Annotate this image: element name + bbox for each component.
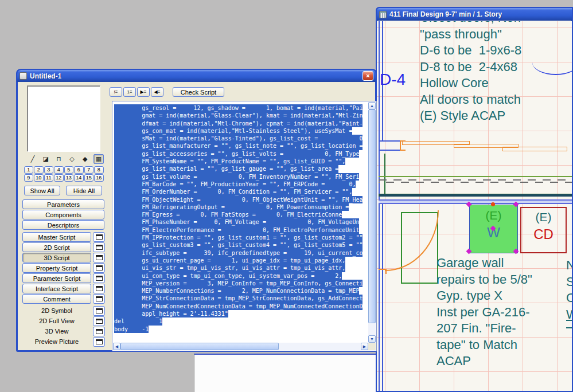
code-line-text: FM_ObjectWeight = 0, FM_ObjectWeightUnit… (114, 196, 362, 203)
master-script-window-icon[interactable] (93, 232, 105, 242)
layer-number-button[interactable]: 16 (94, 174, 104, 182)
code-line-text: gs_list_material = "", gs_list_gauge = "… (114, 165, 338, 173)
code-line: FM_OrderNumber = 0, FM_Condition = "", F… (114, 188, 368, 195)
code-line-text: ui_vis_str = tmp_ui_vis_str, ui_vis_attr… (114, 264, 345, 272)
parameter-script-button[interactable]: Parameter Script (22, 273, 91, 283)
layer-number-button[interactable]: 14 (74, 174, 84, 182)
note-line: D-6 to be 1-9x6-8 (420, 42, 521, 59)
code-line: MEP_version = 3, MEP_ConInfo = tmp_MEP_C… (114, 280, 368, 287)
door-label-d4[interactable]: D-4 (380, 70, 406, 89)
line-numbers-icon[interactable]: 1≡ (123, 87, 136, 97)
layer-number-button[interactable]: 3 (44, 166, 54, 174)
check-script-button[interactable]: Check Script (173, 87, 224, 97)
3d-script-window-icon[interactable] (93, 253, 105, 262)
2d-full-view-label: 2D Full View (22, 317, 91, 324)
interface-script-button[interactable]: Interface Script (22, 284, 91, 293)
code-line: gs_con_mat = ind(material,"Mtl-Stainless… (114, 127, 368, 135)
code-line-text: FM_IPProtection = "", gs_list_custom1 = … (114, 234, 362, 241)
hatch-icon[interactable]: ◪ (41, 155, 50, 163)
script-text-area[interactable]: gs_resol = 12, gs_shadow = 1, bomat = in… (113, 102, 368, 343)
scroll-right-icon[interactable]: ▶ (361, 343, 368, 350)
code-line: dfmat = ind(material,"Mtl-Chrome"), cpma… (114, 120, 368, 127)
master-script-button[interactable]: Master Script (22, 232, 91, 242)
note-line: ACAP (436, 353, 532, 370)
script-window-titlebar[interactable]: Untitled-1 × (17, 70, 376, 82)
stamp-icon[interactable]: ⊓ (54, 155, 64, 163)
code-line: gs_list_accessories = "", gs_list_volts … (114, 150, 368, 158)
door-jamb-mark (379, 269, 387, 274)
layer-number-button[interactable]: 2 (34, 166, 44, 174)
layer-number-button[interactable]: 11 (44, 174, 54, 182)
layer-number-button[interactable]: 5 (64, 166, 74, 174)
layer-number-button[interactable]: 7 (84, 166, 94, 174)
hide-all-button[interactable]: Hide All (66, 186, 102, 195)
code-line-text: gs_list_volume = 0, FM_InventoryNumber =… (114, 173, 359, 181)
code-line-text: body -1 (114, 326, 149, 333)
2d-symbol-window-icon[interactable] (93, 306, 105, 316)
scroll-down-icon[interactable]: ▼ (368, 335, 376, 343)
code-line: ui_con_type = tmp_ui_con_type, ui_system… (114, 272, 368, 280)
code-line: FM_PhaseNumber = 0, FM_Voltage = 0, FM_V… (114, 218, 368, 226)
script-document-icon (20, 72, 27, 80)
outdent-icon[interactable]: ◀≡ (151, 87, 163, 97)
cd-tag: (E) (521, 210, 566, 224)
wall-line-green-segment (384, 154, 385, 195)
cd-symbol[interactable]: (E) CD (520, 207, 567, 253)
garage-notes-text[interactable]: Garage wallrepairs to be 5/8"Gyp. type X… (436, 255, 532, 370)
3d-view-window-icon[interactable] (93, 327, 105, 336)
2d-script-window-icon[interactable] (93, 242, 105, 252)
2d-script-button[interactable]: 2D Script (22, 242, 91, 252)
vertical-scrollbar[interactable]: ▲ ▼ (368, 102, 376, 343)
note-line: "pass through" (420, 26, 521, 43)
layer-number-button[interactable]: 10 (34, 174, 44, 182)
drawing-canvas[interactable]: Closet doors; Non"pass through"D-6 to be… (377, 21, 572, 391)
polyline-icon[interactable]: ╱ (28, 155, 37, 163)
3d-script-button[interactable]: 3D Script (22, 253, 91, 262)
vertical-scroll-thumb[interactable] (368, 109, 376, 323)
interface-script-window-icon[interactable] (93, 284, 105, 293)
close-icon[interactable]: × (362, 71, 373, 81)
scroll-left-icon[interactable]: ◀ (113, 343, 120, 350)
parameter-script-window-icon[interactable] (93, 273, 105, 283)
code-line: del 1 (114, 317, 368, 325)
code-line-text: FM_ElectroPerformance = 0, FM_ElectroPer… (114, 226, 359, 234)
scroll-up-icon[interactable]: ▲ (368, 102, 376, 109)
code-line: ifc_subtype = 39, ifc_predefinedtype = 1… (114, 249, 368, 257)
show-all-button[interactable]: Show All (24, 186, 60, 195)
preview-picture-window-icon[interactable] (93, 337, 105, 347)
solid-icon[interactable]: ◆ (80, 155, 89, 163)
horizontal-scrollbar[interactable]: ◀ ▶ (113, 343, 368, 350)
door-notes-text[interactable]: Closet doors; Non"pass through"D-6 to be… (420, 21, 521, 124)
layer-number-button[interactable]: 4 (54, 166, 64, 174)
code-line-text: gs_ui_current_page = 1, ui_page_idx = tm… (114, 257, 345, 264)
hotspot-dot[interactable] (491, 202, 495, 206)
descriptors-button[interactable]: Descriptors (22, 220, 104, 230)
check-syntax-icon[interactable]: !≡ (110, 87, 122, 97)
picture-icon[interactable]: ▦ (93, 154, 104, 164)
layer-number-button[interactable]: 13 (64, 174, 74, 182)
comment-button[interactable]: Comment (22, 294, 91, 304)
layer-number-button[interactable]: 8 (94, 166, 104, 174)
drawing-window-titlebar[interactable]: 411 Final Design 9-7' min / 1. Story (377, 8, 572, 21)
background-window (194, 354, 377, 392)
parameters-button[interactable]: Parameters (22, 199, 104, 209)
clipped-letter: S (566, 274, 572, 291)
code-line-text: MEP_NumConnectedConnectionData = tmp_MEP… (114, 303, 362, 310)
display-mode-icons: ╱ ◪ ⊓ ◇ ◆ ▦ (28, 154, 104, 164)
layer-number-button[interactable]: 6 (74, 166, 84, 174)
property-script-window-icon[interactable] (93, 263, 105, 273)
property-script-button[interactable]: Property Script (22, 263, 91, 273)
resize-grip[interactable] (368, 343, 376, 350)
2d-full-view-window-icon[interactable] (93, 316, 105, 326)
wireframe-icon[interactable]: ◇ (67, 155, 76, 163)
layer-number-button[interactable]: 9 (24, 174, 34, 182)
components-button[interactable]: Components (22, 210, 104, 219)
comment-window-icon[interactable] (93, 294, 105, 304)
indent-icon[interactable]: ▶≡ (137, 87, 150, 97)
layer-number-button[interactable]: 1 (24, 166, 34, 174)
code-line: sMat = ind(material,"Glass-Tinted"), gs_… (114, 135, 368, 142)
horizontal-scroll-thumb[interactable] (120, 343, 279, 350)
layer-number-button[interactable]: 12 (54, 174, 64, 182)
layer-number-button[interactable]: 15 (84, 174, 94, 182)
code-line: FM_Egress = 0, FM_FatStops = 0, FM_Elect… (114, 211, 368, 218)
